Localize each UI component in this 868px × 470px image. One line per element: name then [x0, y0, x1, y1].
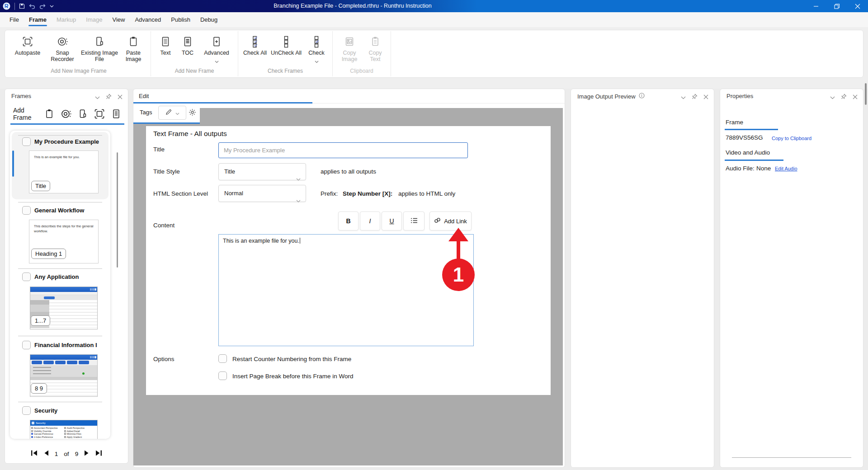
window-scrollbar-thumb[interactable]	[865, 83, 867, 105]
menu-item-debug[interactable]: Debug	[195, 12, 222, 27]
annotation-number-badge: 1	[442, 258, 475, 291]
page-of-label: of	[64, 451, 69, 457]
first-page-button[interactable]	[31, 450, 38, 457]
menu-item-file[interactable]: File	[5, 12, 24, 27]
add-paste-image-frame-button[interactable]	[44, 108, 55, 119]
video-audio-underline	[725, 160, 783, 161]
menu-item-view[interactable]: View	[107, 12, 130, 27]
menu-item-image: Image	[81, 12, 107, 27]
pin-icon[interactable]	[841, 93, 847, 101]
advanced-frame-icon	[211, 35, 222, 48]
autopaste-icon	[22, 35, 33, 48]
last-page-button[interactable]	[95, 450, 102, 457]
frame-checkbox[interactable]	[22, 206, 31, 215]
snap-recorder-icon	[57, 35, 68, 48]
paste-image-button[interactable]: Paste Image	[120, 32, 147, 63]
tags-label: Tags	[140, 109, 152, 116]
snap-recorder-button[interactable]: Snap Recorder	[46, 32, 79, 63]
advanced-frame-button[interactable]: Advanced	[199, 32, 234, 65]
frame-item-security[interactable]: Security Security Accountant Perspective…	[10, 402, 110, 439]
copy-to-clipboard-link[interactable]: Copy to Clipboard	[772, 136, 811, 141]
frame-style-badge: Title	[31, 181, 50, 191]
frame-item-my-procedure-example[interactable]: My Procedure Example This is an example …	[10, 131, 110, 202]
tag-edit-dropdown-button[interactable]	[158, 106, 186, 120]
edit-panel: Edit Tags Text Frame - All outputs Title	[133, 89, 565, 468]
frame-item-any-application[interactable]: Any Application 1...7	[10, 268, 110, 336]
copy-text-button: Copy Text	[363, 32, 387, 63]
restore-button[interactable]	[826, 0, 847, 12]
next-page-button[interactable]	[84, 450, 89, 457]
gear-icon[interactable]	[189, 108, 196, 118]
close-icon[interactable]	[853, 93, 858, 101]
frame-item-general-workflow[interactable]: General Workflow This describes the step…	[10, 202, 110, 268]
title-input[interactable]	[218, 142, 468, 158]
frame-checkbox[interactable]	[22, 406, 31, 415]
tab-edit[interactable]: Edit	[139, 93, 149, 99]
previous-page-button[interactable]	[44, 450, 49, 457]
add-frame-label: Add Frame	[13, 107, 37, 121]
italic-button[interactable]: I	[360, 212, 380, 230]
titlebar: Branching Example File - Completed.rthru…	[0, 0, 868, 12]
check-all-button[interactable]: Check All	[242, 32, 268, 56]
frame-checkbox[interactable]	[22, 137, 31, 146]
uncheck-all-icon	[280, 35, 292, 48]
pin-icon[interactable]	[106, 93, 112, 101]
chevron-down-icon[interactable]	[95, 93, 100, 101]
add-text-frame-button[interactable]	[111, 108, 122, 119]
chevron-down-icon[interactable]	[681, 93, 686, 101]
add-snap-recorder-frame-button[interactable]	[60, 108, 72, 120]
frame-item-financial-information[interactable]: Financial Information I 8 9	[10, 336, 110, 402]
copy-image-icon	[344, 35, 355, 48]
add-existing-image-frame-button[interactable]	[77, 108, 88, 119]
audio-file-value: None	[756, 165, 771, 172]
main-area: Frames Add Frame	[0, 89, 868, 470]
chevron-down-icon	[215, 57, 219, 65]
frame-section-label: Frame	[726, 119, 743, 126]
restart-counter-checkbox[interactable]	[218, 354, 227, 363]
properties-divider	[732, 457, 851, 458]
add-frame-underline	[10, 123, 124, 125]
text-frame-button[interactable]: Text	[155, 32, 176, 56]
toc-frame-button[interactable]: TOC	[177, 32, 198, 56]
underline-button[interactable]: U	[382, 212, 402, 230]
pin-icon[interactable]	[692, 93, 698, 101]
ribbon-group-label: Add New Frame	[155, 68, 234, 75]
menu-item-publish[interactable]: Publish	[166, 12, 195, 27]
step-annotation: 1	[429, 227, 479, 295]
title-label: Title	[153, 146, 165, 153]
chevron-down-icon[interactable]	[830, 93, 835, 101]
app-window: Branching Example File - Completed.rthru…	[0, 0, 868, 470]
bullet-list-button[interactable]	[403, 212, 425, 230]
title-style-select[interactable]: Title	[218, 163, 306, 180]
close-icon[interactable]	[703, 93, 708, 101]
check-button[interactable]: Check	[304, 32, 329, 65]
frame-checkbox[interactable]	[22, 273, 31, 281]
frame-checkbox[interactable]	[22, 341, 31, 349]
content-label: Content	[153, 222, 175, 229]
add-autopaste-frame-button[interactable]	[94, 108, 105, 120]
menu-item-frame[interactable]: Frame	[24, 12, 52, 27]
check-icon	[311, 35, 322, 48]
html-section-level-label: HTML Section Level	[153, 190, 208, 197]
html-section-level-select[interactable]: Normal	[218, 185, 306, 202]
audio-file-label: Audio File:	[726, 165, 755, 172]
ribbon-group-check-frames: Check All UnCheck All Check	[238, 31, 333, 76]
edit-audio-link[interactable]: Edit Audio	[775, 166, 797, 171]
minimize-button[interactable]	[806, 0, 826, 12]
autopaste-button[interactable]: Autopaste	[10, 32, 45, 56]
frame-step-badge: 8 9	[31, 383, 47, 394]
selected-indicator-bar	[12, 150, 14, 177]
toc-frame-icon	[182, 35, 193, 48]
close-icon[interactable]	[118, 93, 123, 101]
existing-image-file-button[interactable]: Existing Image File	[80, 32, 119, 63]
frame-preview: This describes the steps for the general…	[29, 220, 99, 263]
frame-list-scrollbar[interactable]	[117, 152, 118, 268]
close-button[interactable]	[847, 0, 868, 12]
info-icon[interactable]	[639, 93, 645, 100]
pencil-icon	[165, 109, 172, 117]
bold-button[interactable]: B	[338, 212, 359, 230]
page-break-checkbox[interactable]	[218, 371, 227, 380]
video-audio-section-label: Video and Audio	[726, 149, 770, 156]
uncheck-all-button[interactable]: UnCheck All	[269, 32, 303, 56]
menu-item-advanced[interactable]: Advanced	[130, 12, 166, 27]
